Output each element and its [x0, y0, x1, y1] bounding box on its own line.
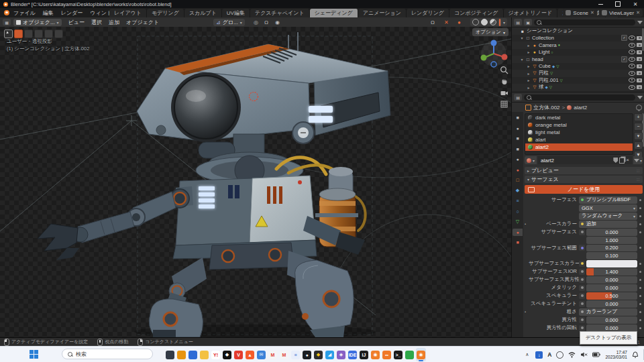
maximize-button[interactable] — [609, 0, 627, 8]
taskbar-app[interactable]: ◆ — [313, 348, 323, 361]
disclosure-arrow-icon[interactable]: ▸ — [527, 50, 531, 54]
taskbar-app[interactable]: ▲ — [245, 348, 255, 361]
taskbar-search-input[interactable]: 検索 — [62, 349, 153, 359]
breadcrumb-material[interactable]: alart2 — [574, 105, 587, 111]
remove-viewlayer-icon[interactable]: ✕ — [636, 10, 640, 15]
taskbar-app[interactable]: Y! — [211, 348, 221, 361]
keyframe-dot-icon[interactable] — [637, 279, 643, 281]
properties-tab[interactable]: □ — [513, 176, 523, 184]
outliner-search-input[interactable] — [534, 19, 635, 25]
snap-toggle-icon[interactable]: Ω — [431, 19, 435, 25]
notification-bell-icon[interactable] — [632, 351, 639, 359]
taskbar-app[interactable] — [165, 348, 175, 361]
outliner-editor-icon[interactable]: ▤ — [514, 19, 522, 25]
outliner-row[interactable]: ▸ ● Camera ◆ ● ✓ — [512, 42, 644, 49]
render-camera-icon[interactable] — [637, 78, 642, 82]
workspace-tab[interactable]: UV編集 — [222, 9, 250, 17]
value-slider[interactable]: 0.000 — [586, 324, 637, 332]
node-link-field[interactable]: プリンシプルBSDF — [579, 196, 637, 204]
material-slot-row[interactable]: orange metal — [525, 121, 633, 129]
socket-button[interactable] — [579, 245, 585, 251]
taskbar-app[interactable]: IJ — [359, 348, 369, 361]
3d-viewport[interactable]: ユーザー・透視投影 (1) シーンコレクション | 立方体.002 オプション▾ — [0, 27, 511, 337]
editor-type-icon[interactable]: ▦ — [3, 19, 11, 25]
filter-funnel-icon[interactable] — [637, 21, 643, 24]
properties-tab[interactable]: ■ — [513, 145, 523, 153]
hide-eye-icon[interactable] — [629, 78, 635, 82]
hidden-icons-chevron[interactable]: ∧ — [525, 352, 531, 357]
workspace-tab[interactable]: モデリング — [147, 9, 184, 17]
pan-hand-icon[interactable] — [500, 77, 508, 86]
keyframe-dot-icon[interactable] — [637, 303, 643, 305]
taskbar-app[interactable]: M — [279, 348, 289, 361]
viewport-menu-item[interactable]: オブジェクト — [126, 19, 159, 26]
properties-tab[interactable]: ● — [513, 156, 523, 163]
material-name-field[interactable]: alart2 × — [538, 156, 632, 164]
mode-dropdown[interactable]: オブジェク... ▾ — [13, 19, 62, 26]
taskbar-app[interactable]: ✉ — [256, 348, 266, 361]
properties-tab[interactable]: ■ — [513, 239, 523, 246]
disclosure-arrow-icon[interactable]: ▸ — [527, 71, 531, 76]
zoom-icon[interactable] — [500, 66, 508, 74]
volume-muted-icon[interactable] — [580, 351, 588, 358]
material-sphere-icon[interactable]: ● — [458, 19, 461, 25]
outliner-row[interactable]: ▸ ▽ 円柱 ◆ ▽ ✓ — [512, 70, 644, 77]
taskbar-app[interactable]: ◉ — [416, 348, 426, 361]
socket-button[interactable] — [579, 285, 585, 291]
selectability-checkbox[interactable]: ✓ — [621, 56, 627, 62]
dropdown-field[interactable]: ランダムウォーク▾ — [579, 213, 637, 220]
taskbar-app[interactable]: ◈ — [336, 348, 346, 361]
breadcrumb-object[interactable]: 立方体.002 — [533, 104, 560, 111]
value-slider[interactable]: 0.000 — [586, 300, 637, 308]
render-camera-icon[interactable] — [637, 43, 642, 47]
camera-view-icon[interactable] — [500, 88, 508, 97]
value-slider[interactable]: 0.000 — [586, 276, 637, 284]
material-slot-row[interactable]: light metal — [525, 129, 633, 136]
properties-search-input[interactable] — [524, 95, 635, 101]
outliner-row[interactable]: ▾ □ head ◆ ✓ — [512, 56, 644, 63]
taskbar-app[interactable] — [199, 348, 209, 361]
keyframe-dot-icon[interactable] — [637, 263, 643, 265]
workspace-tab[interactable]: アニメーション — [358, 9, 407, 17]
keyframe-dot-icon[interactable] — [637, 215, 643, 217]
menu-item[interactable]: レンダー — [61, 9, 83, 17]
material-slot-row[interactable]: alart — [525, 136, 633, 143]
tray-clock-app-icon[interactable] — [556, 351, 564, 359]
minimize-button[interactable] — [592, 0, 609, 8]
socket-button[interactable] — [579, 269, 585, 275]
render-camera-icon[interactable] — [637, 36, 642, 40]
move-slot-up-button[interactable]: ▲ — [634, 141, 643, 149]
taskbar-app[interactable] — [188, 348, 198, 361]
material-specials-button[interactable]: ▾ — [633, 156, 643, 164]
outliner-display-mode-icon[interactable]: ▣ — [524, 19, 532, 25]
properties-tab[interactable]: ■ — [513, 135, 523, 142]
navigation-gizmo[interactable] — [478, 38, 510, 70]
disclosure-arrow-icon[interactable]: ▾ — [520, 57, 524, 62]
socket-button[interactable] — [579, 293, 585, 299]
properties-tab[interactable]: ○ — [513, 208, 523, 215]
taskbar-app[interactable]: M — [268, 348, 278, 361]
proportional-falloff-icon[interactable]: ✕ — [444, 19, 449, 25]
render-camera-icon[interactable] — [637, 64, 642, 68]
hide-eye-icon[interactable] — [629, 43, 635, 48]
hide-eye-icon[interactable] — [629, 85, 635, 90]
disclosure-arrow-icon[interactable]: ▸ — [527, 85, 531, 90]
render-camera-icon[interactable] — [637, 50, 642, 54]
workspace-tab[interactable]: コンポジティング — [449, 9, 504, 17]
taskbar-app[interactable] — [405, 348, 415, 361]
options-dropdown[interactable]: オプション▾ — [472, 28, 508, 36]
menu-item[interactable]: ファイル — [13, 9, 36, 17]
surface-panel-header[interactable]: ▾サーフェス∷ — [525, 176, 643, 183]
hide-eye-icon[interactable] — [629, 64, 635, 68]
properties-tab[interactable]: ■ — [513, 114, 523, 121]
value-slider[interactable]: 1.400 — [586, 268, 637, 276]
taskbar-app[interactable]: IDE — [347, 348, 358, 361]
keyframe-dot-icon[interactable] — [637, 311, 643, 313]
outliner-row[interactable]: ▾ □ Collection ◆ ✓ — [512, 35, 644, 42]
close-button[interactable]: ✕ — [627, 0, 644, 8]
wifi-icon[interactable] — [568, 351, 576, 358]
start-button[interactable] — [30, 350, 38, 359]
value-slider[interactable]: 0.500 — [586, 292, 637, 300]
value-slider[interactable]: 0.000 — [586, 229, 637, 236]
proportional-editing-icon[interactable]: ◉ — [275, 19, 280, 25]
